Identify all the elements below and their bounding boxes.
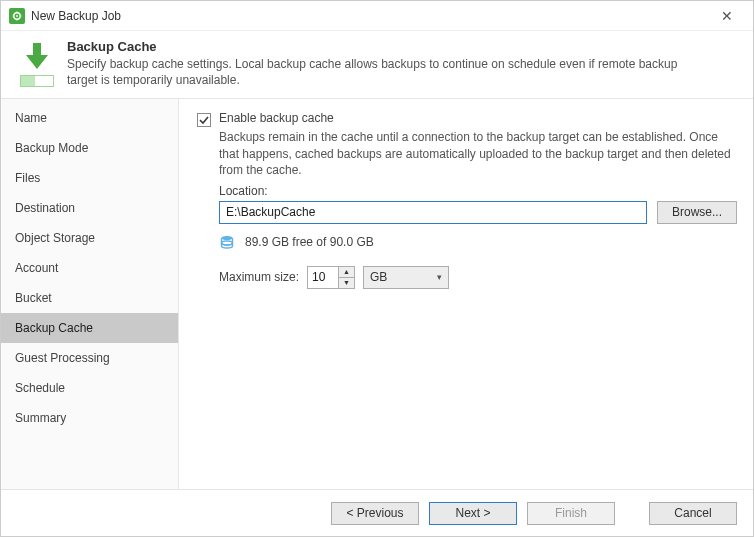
- sidebar-item-schedule[interactable]: Schedule: [1, 373, 178, 403]
- next-button[interactable]: Next >: [429, 502, 517, 525]
- sidebar-item-object-storage[interactable]: Object Storage: [1, 223, 178, 253]
- sidebar-item-backup-cache[interactable]: Backup Cache: [1, 313, 178, 343]
- progress-bar-icon: [20, 75, 54, 87]
- max-size-spinner[interactable]: ▲ ▼: [307, 266, 355, 289]
- sidebar-item-account[interactable]: Account: [1, 253, 178, 283]
- wizard-icon: [15, 41, 59, 87]
- max-size-unit-value: GB: [370, 270, 387, 284]
- sidebar-item-backup-mode[interactable]: Backup Mode: [1, 133, 178, 163]
- wizard-sidebar: NameBackup ModeFilesDestinationObject St…: [1, 99, 179, 489]
- cancel-button[interactable]: Cancel: [649, 502, 737, 525]
- sidebar-item-bucket[interactable]: Bucket: [1, 283, 178, 313]
- svg-point-1: [16, 15, 18, 17]
- app-icon: [9, 8, 25, 24]
- wizard-header: Backup Cache Specify backup cache settin…: [1, 31, 753, 98]
- svg-point-2: [222, 236, 233, 240]
- spinner-down-button[interactable]: ▼: [339, 278, 354, 288]
- sidebar-item-destination[interactable]: Destination: [1, 193, 178, 223]
- page-subtitle: Specify backup cache settings. Local bac…: [67, 56, 707, 88]
- wizard-footer: < Previous Next > Finish Cancel: [1, 490, 753, 536]
- enable-cache-description: Backups remain in the cache until a conn…: [219, 129, 737, 178]
- sidebar-item-name[interactable]: Name: [1, 103, 178, 133]
- spinner-up-button[interactable]: ▲: [339, 267, 354, 278]
- titlebar: New Backup Job ✕: [1, 1, 753, 31]
- max-size-input[interactable]: [308, 267, 338, 288]
- chevron-down-icon: ▾: [437, 272, 442, 282]
- close-button[interactable]: ✕: [707, 2, 747, 30]
- max-size-unit-select[interactable]: GB ▾: [363, 266, 449, 289]
- sidebar-item-files[interactable]: Files: [1, 163, 178, 193]
- close-icon: ✕: [721, 8, 733, 24]
- enable-cache-checkbox[interactable]: [197, 113, 211, 127]
- sidebar-item-guest-processing[interactable]: Guest Processing: [1, 343, 178, 373]
- location-input[interactable]: [219, 201, 647, 224]
- window-title: New Backup Job: [31, 9, 121, 23]
- finish-button: Finish: [527, 502, 615, 525]
- check-icon: [198, 114, 210, 126]
- wizard-body: NameBackup ModeFilesDestinationObject St…: [1, 98, 753, 490]
- browse-button[interactable]: Browse...: [657, 201, 737, 224]
- previous-button[interactable]: < Previous: [331, 502, 419, 525]
- free-space-text: 89.9 GB free of 90.0 GB: [245, 235, 374, 249]
- disk-stack-icon: [219, 234, 235, 250]
- sidebar-item-summary[interactable]: Summary: [1, 403, 178, 433]
- wizard-content: Enable backup cache Backups remain in th…: [179, 99, 753, 489]
- location-label: Location:: [219, 184, 737, 198]
- enable-cache-label: Enable backup cache: [219, 111, 334, 125]
- max-size-label: Maximum size:: [219, 270, 299, 284]
- download-arrow-icon: [20, 41, 54, 71]
- svg-point-3: [222, 241, 233, 245]
- page-title: Backup Cache: [67, 39, 707, 54]
